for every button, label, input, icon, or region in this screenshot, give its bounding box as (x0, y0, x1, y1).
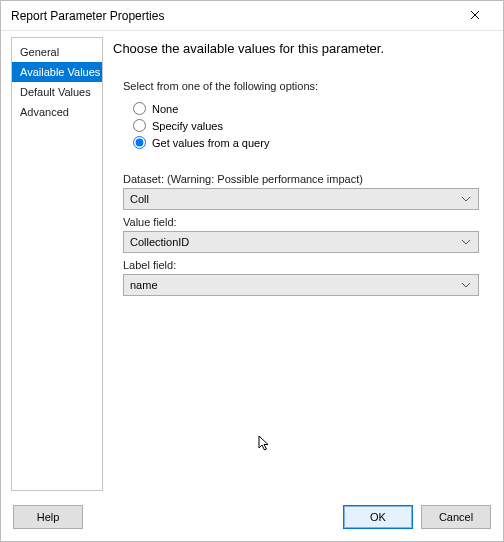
sidebar-item-default-values[interactable]: Default Values (12, 82, 102, 102)
chevron-down-icon (458, 240, 474, 245)
sidebar-item-label: Available Values (20, 66, 100, 78)
labelfield-value: name (130, 279, 458, 291)
cancel-button[interactable]: Cancel (421, 505, 491, 529)
sidebar-item-available-values[interactable]: Available Values (12, 62, 102, 82)
radio-none-input[interactable] (133, 102, 146, 115)
titlebar: Report Parameter Properties (1, 1, 503, 31)
dataset-label: Dataset: (Warning: Possible performance … (123, 173, 493, 185)
sidebar: General Available Values Default Values … (11, 37, 103, 491)
dataset-combo[interactable]: Coll (123, 188, 479, 210)
sidebar-item-label: Default Values (20, 86, 91, 98)
radio-specify-label: Specify values (152, 120, 223, 132)
help-button-label: Help (37, 511, 60, 523)
dialog-body: General Available Values Default Values … (1, 31, 503, 495)
radio-specify-input[interactable] (133, 119, 146, 132)
window-title: Report Parameter Properties (11, 9, 455, 23)
radio-query[interactable]: Get values from a query (133, 134, 493, 151)
labelfield-label: Label field: (123, 259, 493, 271)
dialog-window: Report Parameter Properties General Avai… (0, 0, 504, 542)
radio-specify[interactable]: Specify values (133, 117, 493, 134)
ok-button-label: OK (370, 511, 386, 523)
options-label: Select from one of the following options… (113, 80, 493, 92)
radio-query-input[interactable] (133, 136, 146, 149)
page-headline: Choose the available values for this par… (113, 41, 493, 56)
valuefield-combo[interactable]: CollectionID (123, 231, 479, 253)
sidebar-item-advanced[interactable]: Advanced (12, 102, 102, 122)
ok-button[interactable]: OK (343, 505, 413, 529)
close-icon (470, 9, 480, 23)
chevron-down-icon (458, 197, 474, 202)
query-fields: Dataset: (Warning: Possible performance … (113, 169, 493, 302)
options-radiogroup: None Specify values Get values from a qu… (113, 100, 493, 151)
sidebar-item-label: General (20, 46, 59, 58)
sidebar-item-general[interactable]: General (12, 42, 102, 62)
main-panel: Choose the available values for this par… (113, 37, 493, 491)
radio-none[interactable]: None (133, 100, 493, 117)
close-button[interactable] (455, 2, 495, 30)
labelfield-combo[interactable]: name (123, 274, 479, 296)
dialog-footer: Help OK Cancel (1, 495, 503, 541)
valuefield-label: Value field: (123, 216, 493, 228)
cancel-button-label: Cancel (439, 511, 473, 523)
radio-none-label: None (152, 103, 178, 115)
dataset-value: Coll (130, 193, 458, 205)
chevron-down-icon (458, 283, 474, 288)
valuefield-value: CollectionID (130, 236, 458, 248)
help-button[interactable]: Help (13, 505, 83, 529)
sidebar-item-label: Advanced (20, 106, 69, 118)
radio-query-label: Get values from a query (152, 137, 269, 149)
